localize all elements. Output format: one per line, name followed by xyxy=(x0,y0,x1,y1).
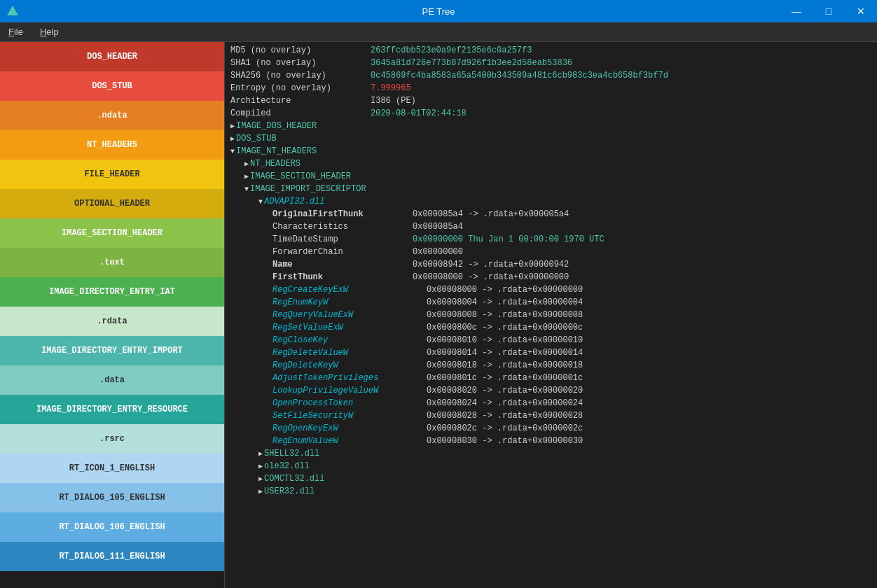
prop-row: Entropy (no overlay)7.999965 xyxy=(230,83,871,95)
tree-collapse-arrow[interactable]: ▶ xyxy=(230,122,235,130)
tree-expand-arrow[interactable]: ▼ xyxy=(258,198,263,206)
menu-file[interactable]: File xyxy=(6,25,26,38)
sidebar-item-13[interactable]: .rsrc xyxy=(0,424,224,454)
tree-collapse-arrow[interactable]: ▶ xyxy=(258,462,263,470)
sidebar-item-9[interactable]: .rdata xyxy=(0,307,224,336)
tree-collapse-arrow[interactable]: ▶ xyxy=(258,449,263,458)
prop-value[interactable]: 2020-08-01T02:44:18 xyxy=(371,108,467,118)
tree-node-label[interactable]: IMAGE_SECTION_HEADER xyxy=(250,172,351,181)
sidebar-item-4[interactable]: FILE_HEADER xyxy=(0,160,224,189)
prop-label: Architecture xyxy=(230,96,371,106)
tree-func-value: 0x00008014 -> .rdata+0x00000014 xyxy=(427,348,583,358)
tree-func-name[interactable]: RegDeleteValueW xyxy=(272,348,427,358)
prop-value: 7.999965 xyxy=(371,83,411,93)
sidebar-item-3[interactable]: NT_HEADERS xyxy=(0,130,224,160)
tree-func-name[interactable]: SetFileSecurityW xyxy=(272,411,427,421)
tree-prop-value: 0x00008000 -> .rdata+0x00000000 xyxy=(413,272,569,282)
titlebar-title: PE Tree xyxy=(422,6,455,17)
tree-node-label[interactable]: COMCTL32.dll xyxy=(264,474,324,484)
tree-func-value: 0x00008008 -> .rdata+0x00000008 xyxy=(427,310,583,320)
content-area[interactable]: MD5 (no overlay)263ffcdbb523e0a9ef2135e6… xyxy=(224,42,877,588)
sidebar-item-11[interactable]: .data xyxy=(0,365,224,395)
menu-help[interactable]: Help xyxy=(37,25,62,38)
minimize-button[interactable]: — xyxy=(780,0,813,22)
tree-func-value: 0x00008030 -> .rdata+0x00000030 xyxy=(427,436,583,446)
tree-node: ▶ IMAGE_SECTION_HEADER xyxy=(230,171,871,183)
sidebar-item-8[interactable]: IMAGE_DIRECTORY_ENTRY_IAT xyxy=(0,277,224,307)
tree-expand-arrow[interactable]: ▼ xyxy=(244,186,249,193)
tree-func-value: 0x00008000 -> .rdata+0x00000000 xyxy=(427,285,583,295)
tree-node-label[interactable]: ADVAPI32.dll xyxy=(264,197,324,206)
tree-func-name[interactable]: RegDeleteKeyW xyxy=(272,360,427,370)
tree-node-label[interactable]: IMAGE_NT_HEADERS xyxy=(236,146,317,156)
sidebar-item-0[interactable]: DOS_HEADER xyxy=(0,42,224,71)
maximize-button[interactable]: □ xyxy=(813,0,845,22)
tree-func-name[interactable]: RegSetValueExW xyxy=(272,323,427,332)
tree-node: SetFileSecurityW0x00008028 -> .rdata+0x0… xyxy=(230,410,871,423)
tree-func-name[interactable]: AdjustTokenPrivileges xyxy=(272,373,427,383)
tree-node: ▼ IMAGE_IMPORT_DESCRIPTOR xyxy=(230,183,871,196)
sidebar-item-7[interactable]: .text xyxy=(0,248,224,277)
prop-row: Compiled2020-08-01T02:44:18 xyxy=(230,108,871,120)
tree-node: OpenProcessToken0x00008024 -> .rdata+0x0… xyxy=(230,398,871,410)
prop-row: SHA256 (no overlay)0c45869fc4ba8583a65a5… xyxy=(230,70,871,83)
prop-value[interactable]: 263ffcdbb523e0a9ef2135e6c0a257f3 xyxy=(371,46,532,55)
tree-func-value: 0x00008020 -> .rdata+0x00000020 xyxy=(427,386,583,396)
sidebar-item-2[interactable]: .ndata xyxy=(0,101,224,130)
main-container: DOS_HEADERDOS_STUB.ndataNT_HEADERSFILE_H… xyxy=(0,42,877,588)
tree-node-label[interactable]: USER32.dll xyxy=(264,486,315,496)
window-controls: — □ ✕ xyxy=(780,0,877,22)
tree-func-name[interactable]: RegEnumKeyW xyxy=(272,298,427,307)
tree-func-name[interactable]: RegQueryValueExW xyxy=(272,310,427,320)
tree-func-name[interactable]: LookupPrivilegeValueW xyxy=(272,386,427,396)
tree-func-value: 0x00008024 -> .rdata+0x00000024 xyxy=(427,398,583,408)
sidebar-item-14[interactable]: RT_ICON_1_ENGLISH xyxy=(0,454,224,483)
tree-func-name[interactable]: RegCloseKey xyxy=(272,335,427,345)
tree-node-label[interactable]: SHELL32.dll xyxy=(264,449,319,458)
sidebar-item-6[interactable]: IMAGE_SECTION_HEADER xyxy=(0,218,224,248)
tree-collapse-arrow[interactable]: ▶ xyxy=(258,487,263,496)
prop-value[interactable]: 3645a81d726e773b87d926f1b3ee2d58eab53836 xyxy=(371,58,572,68)
tree-func-value: 0x0000802c -> .rdata+0x0000002c xyxy=(427,424,583,433)
tree-expand-arrow[interactable]: ▼ xyxy=(230,148,235,155)
sidebar-item-1[interactable]: DOS_STUB xyxy=(0,71,224,101)
tree-node-label[interactable]: IMAGE_IMPORT_DESCRIPTOR xyxy=(250,184,366,194)
tree-collapse-arrow[interactable]: ▶ xyxy=(244,160,249,168)
tree-node-label[interactable]: IMAGE_DOS_HEADER xyxy=(236,121,317,131)
sidebar-item-16[interactable]: RT_DIALOG_106_ENGLISH xyxy=(0,512,224,542)
tree-node: ▶ NT_HEADERS xyxy=(230,158,871,171)
close-button[interactable]: ✕ xyxy=(845,0,877,22)
tree-collapse-arrow[interactable]: ▶ xyxy=(244,172,249,181)
tree-node-label[interactable]: NT_HEADERS xyxy=(250,159,301,169)
tree-func-name[interactable]: RegEnumValueW xyxy=(272,436,427,446)
tree-func-value: 0x00008004 -> .rdata+0x00000004 xyxy=(427,298,583,307)
prop-label: MD5 (no overlay) xyxy=(230,46,371,55)
sidebar-item-17[interactable]: RT_DIALOG_111_ENGLISH xyxy=(0,542,224,571)
tree-prop-value: 0x000085a4 xyxy=(413,222,463,232)
tree-node: RegOpenKeyExW0x0000802c -> .rdata+0x0000… xyxy=(230,423,871,435)
tree-node: Name0x00008942 -> .rdata+0x00000942 xyxy=(230,259,871,272)
tree-func-value: 0x0000800c -> .rdata+0x0000000c xyxy=(427,323,583,332)
tree-prop-value-link[interactable]: 0x00000000 Thu Jan 1 00:00:00 1970 UTC xyxy=(413,234,605,244)
tree-collapse-arrow[interactable]: ▶ xyxy=(230,134,235,143)
menubar: File Help xyxy=(0,22,877,42)
tree-node: OriginalFirstThunk0x000085a4 -> .rdata+0… xyxy=(230,209,871,221)
tree-prop-label: Name xyxy=(272,260,413,270)
prop-row: ArchitectureI386 (PE) xyxy=(230,95,871,108)
tree-node: RegCloseKey0x00008010 -> .rdata+0x000000… xyxy=(230,335,871,347)
prop-label: Entropy (no overlay) xyxy=(230,83,371,93)
tree-collapse-arrow[interactable]: ▶ xyxy=(258,475,263,483)
sidebar-item-15[interactable]: RT_DIALOG_105_ENGLISH xyxy=(0,483,224,512)
tree-node: RegDeleteKeyW0x00008018 -> .rdata+0x0000… xyxy=(230,360,871,372)
tree-node-label[interactable]: ole32.dll xyxy=(264,461,310,471)
tree-func-name[interactable]: RegCreateKeyExW xyxy=(272,285,427,295)
tree-node: RegEnumKeyW0x00008004 -> .rdata+0x000000… xyxy=(230,297,871,309)
prop-value[interactable]: 0c45869fc4ba8583a65a5400b343509a481c6cb9… xyxy=(371,71,668,80)
sidebar-item-10[interactable]: IMAGE_DIRECTORY_ENTRY_IMPORT xyxy=(0,336,224,365)
tree-func-name[interactable]: RegOpenKeyExW xyxy=(272,424,427,433)
sidebar-item-12[interactable]: IMAGE_DIRECTORY_ENTRY_RESOURCE xyxy=(0,395,224,424)
tree-func-name[interactable]: OpenProcessToken xyxy=(272,398,427,408)
tree-node-label[interactable]: DOS_STUB xyxy=(236,134,277,144)
tree-node: FirstThunk0x00008000 -> .rdata+0x0000000… xyxy=(230,272,871,284)
sidebar-item-5[interactable]: OPTIONAL_HEADER xyxy=(0,189,224,218)
